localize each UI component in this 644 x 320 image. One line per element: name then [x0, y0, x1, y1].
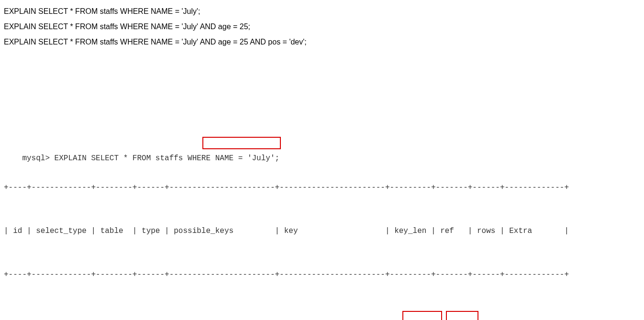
q1-sep-top: +----+-------------+--------+------+----… [4, 183, 569, 192]
q1-where-highlight [202, 137, 281, 149]
q1-ref-highlight [446, 311, 478, 320]
q1-row-line: | 1 | SIMPLE | staffs | ref | idx_staffs… [4, 311, 640, 320]
q1-keylen-highlight [402, 311, 442, 320]
q1-sep-mid: +----+-------------+--------+------+----… [4, 270, 569, 279]
q1-prompt: mysql> EXPLAIN SELECT * FROM staffs WHER… [22, 154, 279, 163]
sql-line-2: EXPLAIN SELECT * FROM staffs WHERE NAME … [4, 19, 640, 34]
terminal-output: mysql> EXPLAIN SELECT * FROM staffs WHER… [4, 78, 640, 320]
sql-line-3: EXPLAIN SELECT * FROM staffs WHERE NAME … [4, 34, 640, 50]
q1-prompt-line: mysql> EXPLAIN SELECT * FROM staffs WHER… [4, 137, 640, 151]
sql-statements: EXPLAIN SELECT * FROM staffs WHERE NAME … [4, 4, 640, 50]
q1-header: | id | select_type | table | type | poss… [4, 227, 569, 235]
sql-line-1: EXPLAIN SELECT * FROM staffs WHERE NAME … [4, 4, 640, 19]
